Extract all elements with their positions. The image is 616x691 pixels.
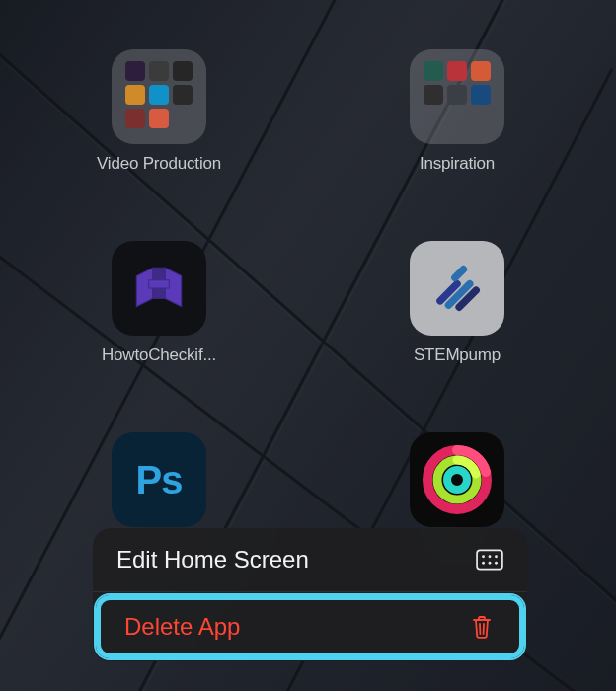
svg-point-19	[482, 555, 485, 558]
stempump-icon	[425, 257, 489, 320]
folder-mini-app-icon	[447, 85, 467, 105]
menu-item-edit-home-screen[interactable]: Edit Home Screen	[93, 528, 527, 591]
app-label: HowtoCheckif...	[102, 346, 216, 365]
trash-icon	[468, 615, 496, 639]
folder-inspiration[interactable]: Inspiration	[388, 49, 526, 174]
fitness-rings-icon	[418, 440, 497, 519]
folder-mini-app-icon	[471, 61, 491, 81]
context-menu: Edit Home Screen Delete App	[93, 528, 527, 661]
app-icon: Ps	[112, 432, 206, 527]
app-icon	[112, 241, 206, 336]
howto-icon	[128, 258, 190, 319]
folder-mini-app-icon	[149, 85, 169, 105]
svg-rect-18	[477, 550, 502, 569]
folder-mini-app-icon	[447, 61, 467, 81]
folder-mini-app-icon	[125, 85, 145, 105]
folder-mini-app-icon	[125, 109, 145, 128]
svg-point-22	[482, 562, 485, 565]
menu-item-label: Delete App	[124, 613, 240, 641]
app-icon	[410, 432, 504, 527]
photoshop-icon: Ps	[136, 458, 183, 502]
app-stempump[interactable]: STEMpump	[388, 241, 526, 365]
svg-point-24	[495, 562, 498, 565]
app-icon	[410, 241, 504, 336]
folder-mini-app-icon	[149, 61, 169, 81]
folder-mini-app-icon	[125, 61, 145, 81]
menu-item-delete-app[interactable]: Delete App	[96, 595, 524, 658]
folder-icon	[410, 49, 504, 144]
folder-mini-app-icon	[149, 109, 169, 128]
folder-label: Inspiration	[420, 154, 495, 174]
svg-point-23	[489, 562, 492, 565]
folder-icon	[112, 49, 206, 144]
folder-label: Video Production	[97, 154, 221, 174]
folder-mini-app-icon	[471, 85, 491, 105]
apps-grid-icon	[476, 548, 503, 572]
folder-mini-app-icon	[424, 61, 443, 81]
folder-mini-app-icon	[173, 61, 192, 81]
svg-point-20	[489, 555, 492, 558]
svg-point-21	[495, 555, 498, 558]
folder-mini-app-icon	[173, 85, 192, 105]
app-howtocheckif[interactable]: HowtoCheckif...	[90, 241, 228, 365]
svg-point-17	[447, 470, 467, 490]
menu-separator	[93, 591, 527, 592]
app-label: STEMpump	[414, 346, 500, 365]
menu-item-label: Edit Home Screen	[116, 546, 309, 574]
svg-rect-10	[149, 280, 170, 288]
svg-line-14	[455, 269, 464, 278]
folder-mini-app-icon	[424, 85, 443, 105]
folder-video-production[interactable]: Video Production	[90, 49, 228, 174]
